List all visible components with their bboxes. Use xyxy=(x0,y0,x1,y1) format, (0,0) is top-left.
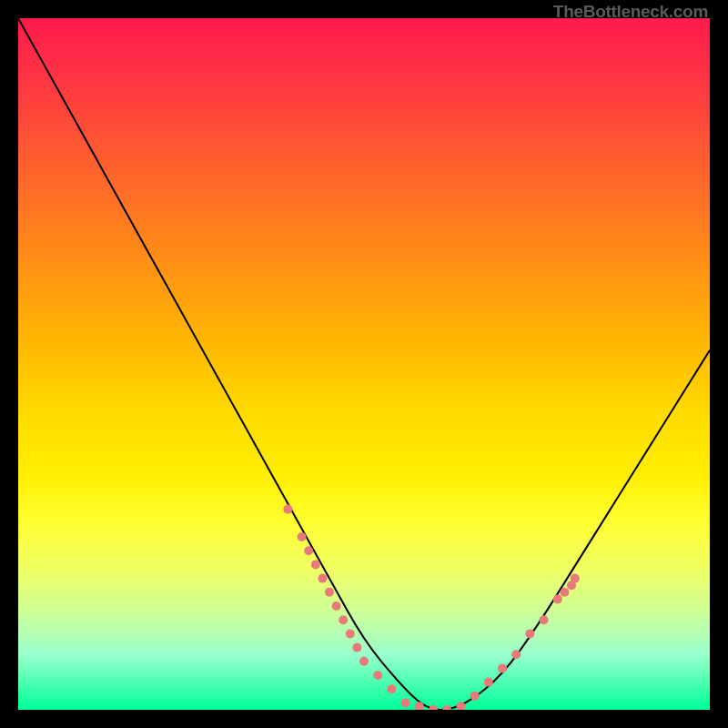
plot-background xyxy=(18,18,710,710)
watermark-text: TheBottleneck.com xyxy=(553,2,708,22)
chart-container: TheBottleneck.com xyxy=(0,0,728,728)
